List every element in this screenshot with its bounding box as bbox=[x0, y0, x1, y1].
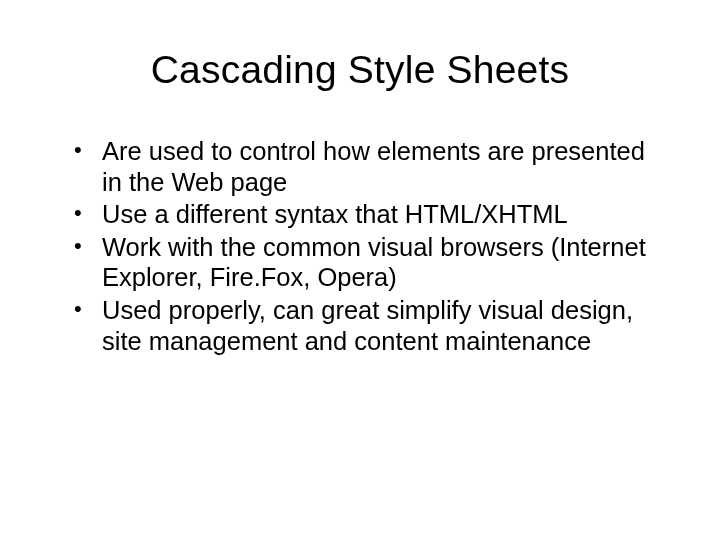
list-item: Used properly, can great simplify visual… bbox=[74, 295, 662, 356]
list-item: Are used to control how elements are pre… bbox=[74, 136, 662, 197]
bullet-list: Are used to control how elements are pre… bbox=[58, 136, 662, 356]
list-item: Work with the common visual browsers (In… bbox=[74, 232, 662, 293]
slide: Cascading Style Sheets Are used to contr… bbox=[0, 0, 720, 540]
slide-title: Cascading Style Sheets bbox=[58, 48, 662, 92]
list-item: Use a different syntax that HTML/XHTML bbox=[74, 199, 662, 230]
